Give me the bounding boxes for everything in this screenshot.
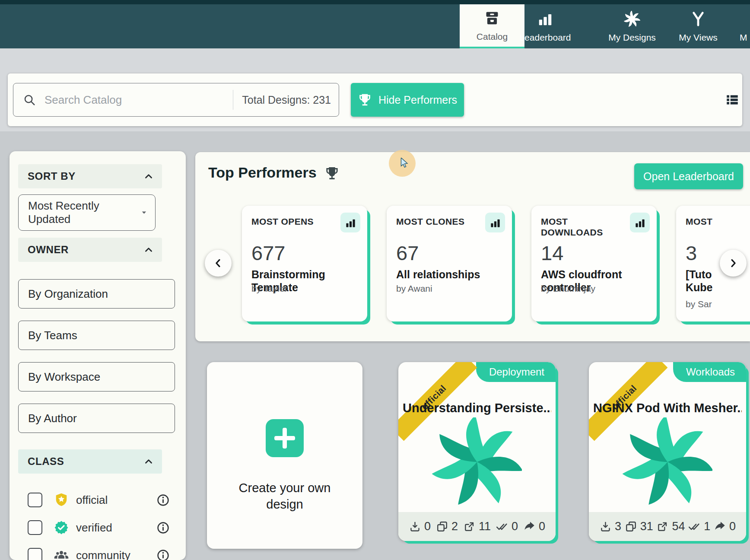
top-performers-panel: Top Performers Open Leaderboard MOST OPE…: [195, 152, 750, 341]
done-all-icon: [496, 520, 508, 533]
performer-design-name: [Tuto Kube: [686, 268, 719, 294]
plus-icon[interactable]: [266, 419, 304, 457]
class-option-label: official: [76, 493, 108, 507]
clone-icon: [436, 520, 448, 533]
owner-by-workspace-button[interactable]: By Workspace: [18, 362, 175, 391]
performer-author: by Awani: [396, 283, 432, 294]
list-view-icon[interactable]: [725, 92, 740, 107]
performer-value: 67: [396, 241, 419, 265]
class-header[interactable]: CLASS: [18, 449, 162, 474]
carousel-next-button[interactable]: [720, 250, 747, 277]
performer-design-name: All relationships: [396, 268, 480, 281]
performer-value: 14: [541, 241, 563, 265]
search-input[interactable]: [44, 93, 233, 107]
open-leaderboard-button[interactable]: Open Leaderboard: [634, 163, 743, 189]
done-all-icon: [688, 520, 701, 533]
tab-label: M: [740, 32, 747, 43]
toolbar: Total Designs: 231 Hide Performers: [8, 73, 742, 126]
meshery-swirl-icon: [623, 10, 641, 28]
create-design-label: Create your own design: [207, 480, 362, 513]
sort-by-header[interactable]: SORT BY: [18, 164, 162, 188]
sort-dropdown[interactable]: Most Recently Updated: [18, 194, 156, 231]
tab-partial[interactable]: M: [740, 4, 750, 48]
owner-header[interactable]: OWNER: [18, 238, 162, 262]
stat-shares: 0: [714, 520, 736, 533]
performer-card-most-downloads[interactable]: MOST DOWNLOADS 14 AWS cloudfront control…: [531, 206, 657, 321]
trophy-icon: [324, 166, 340, 181]
stat-opens: 54: [656, 520, 685, 533]
performer-value: 677: [251, 241, 285, 265]
carousel-prev-button[interactable]: [205, 250, 232, 277]
tab-my-views[interactable]: My Views: [671, 4, 725, 48]
search-icon: [23, 93, 36, 106]
top-performers-title-row: Top Performers: [208, 164, 340, 181]
performer-author: by Taylor: [251, 283, 288, 294]
hide-performers-label: Hide Performers: [378, 94, 457, 106]
owner-by-author-button[interactable]: By Author: [18, 404, 175, 433]
search-box[interactable]: Total Designs: 231: [13, 83, 339, 117]
sort-dropdown-value: Most Recently Updated: [28, 199, 139, 226]
verified-checkbox[interactable]: [28, 520, 42, 535]
top-performers-title: Top Performers: [208, 164, 317, 181]
class-row-community: community: [18, 543, 175, 560]
meshery-swirl-logo: [432, 417, 522, 506]
performer-category: MOST CLONES: [396, 216, 464, 227]
stat-deploys: 0: [496, 520, 518, 533]
performer-author: by Bhuminjay: [541, 283, 595, 294]
tab-label: My Designs: [608, 32, 656, 43]
design-title: NGINX Pod With Mesher...: [593, 401, 742, 415]
views-y-icon: [690, 10, 707, 28]
design-card-understanding-persistent[interactable]: Deployment official Understanding Persis…: [398, 362, 556, 541]
info-icon[interactable]: [156, 549, 170, 560]
share-icon: [523, 520, 536, 533]
performer-card-most-clones[interactable]: MOST CLONES 67 All relationships by Awan…: [387, 206, 512, 321]
verified-badge-icon: [54, 520, 69, 535]
trophy-icon: [358, 93, 372, 107]
class-label: CLASS: [28, 455, 64, 468]
tab-my-designs[interactable]: My Designs: [602, 4, 662, 48]
design-stats-row: 0 2 11 0 0: [398, 512, 556, 541]
info-icon[interactable]: [156, 521, 170, 535]
info-icon[interactable]: [156, 493, 170, 507]
class-row-verified: verified: [18, 515, 175, 540]
performer-category: MOST OPENS: [251, 216, 314, 227]
total-designs-label: Total Designs: 231: [242, 94, 331, 106]
class-option-label: verified: [76, 521, 112, 535]
open-icon: [656, 520, 669, 533]
share-icon: [714, 520, 726, 533]
stat-deploys: 1: [688, 520, 710, 533]
tab-leaderboard[interactable]: Leaderboard: [514, 4, 576, 48]
official-checkbox[interactable]: [28, 493, 42, 507]
performer-card-most-opens[interactable]: MOST OPENS 677 Brainstorming Template by…: [242, 206, 367, 321]
owner-label: OWNER: [28, 244, 69, 256]
hide-performers-button[interactable]: Hide Performers: [351, 83, 464, 117]
chevron-up-icon: [143, 244, 154, 255]
type-badge: Deployment: [476, 362, 556, 382]
community-checkbox[interactable]: [28, 548, 42, 560]
design-stats-row: 3 31 54 1 0: [589, 512, 746, 541]
open-icon: [463, 520, 476, 533]
divider: [233, 90, 233, 110]
design-title: Understanding Persiste...: [403, 401, 551, 415]
catalog-archive-icon: [483, 10, 501, 27]
owner-by-organization-button[interactable]: By Organization: [18, 279, 175, 309]
stat-shares: 0: [523, 520, 545, 533]
catalog-page: Catalog Leaderboard My Designs My Views …: [0, 0, 750, 560]
owner-by-teams-button[interactable]: By Teams: [18, 321, 175, 350]
download-icon: [599, 520, 612, 533]
chevron-left-icon: [212, 257, 224, 269]
tab-label: Catalog: [477, 32, 508, 42]
tab-label: Leaderboard: [519, 32, 571, 43]
create-design-card[interactable]: Create your own design: [207, 362, 362, 549]
chevron-up-icon: [143, 456, 154, 467]
design-card-nginx-pod[interactable]: Workloads official NGINX Pod With Mesher…: [589, 362, 746, 541]
shield-star-icon: [54, 492, 69, 508]
sort-by-label: SORT BY: [28, 170, 76, 182]
stat-opens: 11: [463, 520, 491, 533]
people-icon: [54, 547, 69, 560]
bar-chart-icon: [537, 10, 554, 28]
stat-downloads: 0: [409, 520, 431, 533]
filter-sidebar: SORT BY Most Recently Updated OWNER By O…: [10, 151, 186, 560]
chart-icon: [485, 213, 505, 232]
chart-icon: [340, 213, 360, 232]
